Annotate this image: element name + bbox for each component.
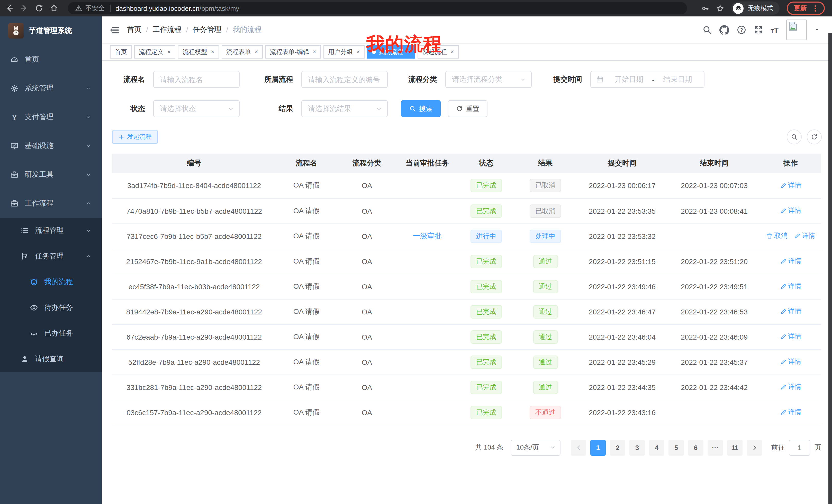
cell-actions: 详情 <box>760 299 821 324</box>
page-button-3[interactable]: 3 <box>629 440 645 455</box>
page-button-2[interactable]: 2 <box>610 440 625 455</box>
process-name-label: 流程名 <box>112 75 153 84</box>
status-select[interactable]: 请选择状态 <box>153 100 240 117</box>
sidebar-item-待办任务[interactable]: 待办任务 <box>0 295 102 320</box>
close-icon[interactable]: × <box>356 49 360 55</box>
detail-link[interactable]: 详情 <box>780 206 801 216</box>
task-link[interactable]: 一级审批 <box>413 231 442 240</box>
sidebar-item-请假查询[interactable]: 请假查询 <box>0 346 102 372</box>
page-button-11[interactable]: 11 <box>727 440 743 455</box>
sidebar-item-系统管理[interactable]: 系统管理 <box>0 74 102 103</box>
next-page-button[interactable] <box>747 440 762 455</box>
refresh-button[interactable] <box>807 130 822 144</box>
action-label: 详情 <box>802 231 815 241</box>
detail-link[interactable]: 详情 <box>780 332 801 341</box>
sidebar-item-我的流程[interactable]: 我的流程 <box>0 269 102 295</box>
sidebar-item-任务管理[interactable]: 任务管理 <box>0 244 102 269</box>
process-def-input[interactable] <box>301 71 388 88</box>
cell-category: OA <box>337 374 397 400</box>
tab-我的流程[interactable]: 我的流程× <box>367 45 415 59</box>
scrollbar[interactable] <box>828 33 832 504</box>
close-icon[interactable]: × <box>313 49 316 55</box>
reset-button[interactable]: 重置 <box>448 100 488 117</box>
sidebar-item-label: 任务管理 <box>35 252 64 261</box>
filter-row-2: 状态 请选择状态 结果 请选择流结果 <box>112 100 822 117</box>
result-select[interactable]: 请选择流结果 <box>301 100 388 117</box>
cell-current-task <box>397 400 458 425</box>
detail-link[interactable]: 详情 <box>780 257 801 266</box>
sidebar-item-流程管理[interactable]: 流程管理 <box>0 218 102 244</box>
detail-link[interactable]: 详情 <box>780 357 801 367</box>
password-key-icon[interactable] <box>701 4 709 12</box>
goto-page-input[interactable] <box>789 440 810 455</box>
close-icon[interactable]: × <box>450 49 454 55</box>
tab-流程表单-编辑[interactable]: 流程表单-编辑× <box>265 45 321 59</box>
close-icon[interactable]: × <box>211 49 214 55</box>
page-button-5[interactable]: 5 <box>669 440 684 455</box>
process-table: 编号流程名流程分类当前审批任务状态结果提交时间结束时间操作 3ad174fb-7… <box>112 153 821 425</box>
breadcrumb-item[interactable]: 首页 <box>127 25 141 34</box>
reload-icon[interactable] <box>35 4 43 12</box>
breadcrumb-item[interactable]: 工作流程 <box>153 25 182 34</box>
breadcrumb-item[interactable]: 任务管理 <box>193 25 222 34</box>
toggle-search-button[interactable] <box>787 130 802 144</box>
font-size-icon[interactable]: TT <box>771 26 779 34</box>
avatar[interactable] <box>786 20 807 40</box>
sidebar-item-首页[interactable]: 首页 <box>0 45 102 74</box>
sidebar-item-基础设施[interactable]: 基础设施 <box>0 132 102 160</box>
category-select[interactable]: 请选择流程分类 <box>445 71 532 88</box>
close-icon[interactable]: × <box>255 49 258 55</box>
search-icon[interactable] <box>702 25 711 34</box>
page-button-1[interactable]: 1 <box>590 440 606 455</box>
bookmark-star-icon[interactable] <box>716 4 724 12</box>
tab-发起流程[interactable]: 发起流程× <box>418 45 459 59</box>
sidebar-item-工作流程[interactable]: 工作流程 <box>0 189 102 218</box>
close-icon[interactable]: × <box>167 49 171 55</box>
detail-link[interactable]: 详情 <box>780 408 801 417</box>
sidebar-item-支付管理[interactable]: ¥支付管理 <box>0 103 102 132</box>
kebab-menu-icon[interactable] <box>811 4 819 12</box>
sidebar-item-已办任务[interactable]: 已办任务 <box>0 320 102 346</box>
tab-流程模型[interactable]: 流程模型× <box>178 45 219 59</box>
avatar-caret-down-icon[interactable] <box>814 27 820 32</box>
fullscreen-icon[interactable] <box>754 25 763 34</box>
back-icon[interactable] <box>5 4 14 12</box>
process-name-input[interactable] <box>153 71 240 88</box>
hamburger-icon[interactable] <box>102 25 127 35</box>
search-button[interactable]: 搜索 <box>401 100 441 117</box>
sidebar-item-label: 流程管理 <box>35 226 64 235</box>
cancel-link[interactable]: 取消 <box>766 231 787 241</box>
sidebar-item-研发工具[interactable]: 研发工具 <box>0 160 102 189</box>
detail-link[interactable]: 详情 <box>780 307 801 316</box>
page-button-4[interactable]: 4 <box>649 440 665 455</box>
forward-icon[interactable] <box>20 4 28 12</box>
page-size-select[interactable]: 10条/页 <box>511 440 561 455</box>
tab-首页[interactable]: 首页 <box>110 45 132 59</box>
goto-label: 前往 <box>771 443 785 452</box>
prev-page-button[interactable] <box>571 440 586 455</box>
detail-link[interactable]: 详情 <box>794 231 815 241</box>
cell-process-name: OA 请假 <box>276 324 337 349</box>
tab-流程定义[interactable]: 流程定义× <box>134 45 175 59</box>
help-icon[interactable]: ? <box>737 25 746 34</box>
home-icon[interactable] <box>50 4 58 12</box>
detail-link[interactable]: 详情 <box>780 282 801 291</box>
start-process-button[interactable]: 发起流程 <box>112 130 158 144</box>
close-icon[interactable]: × <box>407 49 410 55</box>
cell-category: OA <box>337 400 397 425</box>
chrome-update-button[interactable]: 更新 <box>787 2 825 15</box>
address-bar[interactable]: 不安全 dashboard.yudao.iocoder.cn /bpm/task… <box>68 2 687 15</box>
tab-用户分组[interactable]: 用户分组× <box>323 45 365 59</box>
cell-current-task <box>397 274 458 299</box>
github-icon[interactable] <box>719 25 729 35</box>
page-button-6[interactable]: 6 <box>688 440 703 455</box>
page-more[interactable]: ··· <box>707 440 723 455</box>
cell-actions: 详情 <box>760 249 821 274</box>
detail-link[interactable]: 详情 <box>780 181 801 190</box>
detail-link[interactable]: 详情 <box>780 383 801 392</box>
dashboard-icon <box>10 55 19 64</box>
tab-流程表单[interactable]: 流程表单× <box>222 45 263 59</box>
logo[interactable]: 芋道管理系统 <box>0 17 102 45</box>
date-range-picker[interactable]: 开始日期 - 结束日期 <box>590 71 704 88</box>
cell-result: 通过 <box>515 299 576 324</box>
